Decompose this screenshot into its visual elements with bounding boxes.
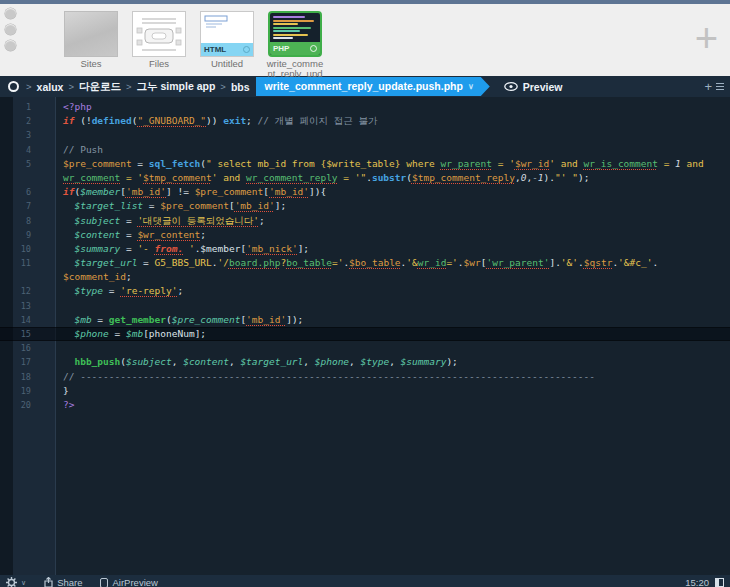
thumbnail-bar: Sites Files <box>0 4 730 76</box>
code-line[interactable]: 11 $target_url = G5_BBS_URL.'/board.php?… <box>0 256 730 270</box>
status-bar: ∨ Share AirPreview 15:20 <box>0 575 730 587</box>
airpreview-icon <box>100 578 108 587</box>
share-label: Share <box>57 577 82 587</box>
thumbnail-sites[interactable]: Sites <box>62 11 120 79</box>
code-line[interactable]: 19} <box>0 384 730 398</box>
code-line[interactable]: 2if (!defined("_GNUBOARD_")) exit; // 개별… <box>0 114 730 128</box>
preview-label: Preview <box>523 81 563 93</box>
active-file-name: write_comment_reply_update.push.php <box>265 80 463 92</box>
thumbnail-label: Files <box>149 59 169 69</box>
code-line[interactable]: 16 <box>0 341 730 355</box>
line-number: 14 <box>0 313 56 327</box>
badge-status-icon <box>243 46 250 53</box>
breadcrumb-item-bbs[interactable]: bbs <box>231 81 250 93</box>
gear-icon <box>6 577 17 587</box>
code-line[interactable]: 20?> <box>0 398 730 412</box>
code-line[interactable]: 7 $target_list = $pre_comment['mb_id']; <box>0 199 730 213</box>
tab-list-icon[interactable] <box>716 83 724 90</box>
thumbnail-files[interactable]: Files <box>130 11 188 79</box>
line-number: 9 <box>0 228 56 242</box>
breadcrumb-item-downloads[interactable]: 다운로드 <box>79 80 121 94</box>
code-line[interactable]: 17 hbb_push($subject, $content, $target_… <box>0 355 730 369</box>
code-line[interactable]: 9 $content = $wr_content; <box>0 228 730 242</box>
line-number: 16 <box>0 341 56 355</box>
line-number: 8 <box>0 214 56 228</box>
code-line[interactable]: 5$pre_comment = sql_fetch(" select mb_id… <box>0 157 730 171</box>
code-line[interactable]: 6if($member['mb_id'] != $pre_comment['mb… <box>0 185 730 199</box>
code-line[interactable]: 10 $summary = '- from. '.$member['mb_nic… <box>0 242 730 256</box>
chevron-down-icon[interactable]: ∨ <box>468 82 474 91</box>
files-thumbnail-image[interactable] <box>132 11 186 57</box>
badge-label: PHP <box>273 44 289 53</box>
window-traffic-lights[interactable] <box>5 8 16 51</box>
chevron-right-icon: > <box>68 81 74 92</box>
clock-time: 15:20 <box>685 577 709 587</box>
code-line[interactable]: 4// Push <box>0 143 730 157</box>
thumbnail-label: write_comme nt_reply_upd <box>267 59 324 79</box>
code-line[interactable]: wr_comment = '$tmp_comment' and wr_comme… <box>0 171 730 185</box>
thumbnail-write-comment-reply-update[interactable]: PHP write_comme nt_reply_upd <box>266 11 324 79</box>
thumbnail-label: Untitled <box>211 59 243 69</box>
airpreview-button[interactable]: AirPreview <box>100 577 157 587</box>
coda-window: Sites Files <box>0 0 730 587</box>
film-strip-icon <box>136 16 182 56</box>
console-panel-icon[interactable] <box>715 578 724 587</box>
line-number: 15 <box>0 327 56 341</box>
active-file-tab[interactable]: write_comment_reply_update.push.php ∨ <box>256 77 490 96</box>
line-number: 3 <box>0 128 56 142</box>
sites-thumbnail-image[interactable] <box>64 11 118 57</box>
code-line[interactable]: 12 $type = 're-reply'; <box>0 284 730 298</box>
line-number <box>0 270 56 284</box>
line-number: 7 <box>0 199 56 213</box>
line-number: 4 <box>0 143 56 157</box>
code-line[interactable]: 1<?php <box>0 100 730 114</box>
zoom-window-icon[interactable] <box>5 40 16 51</box>
code-editor[interactable]: 1<?php2if (!defined("_GNUBOARD_")) exit;… <box>0 97 730 575</box>
preview-toggle[interactable]: Preview <box>504 81 563 93</box>
line-number: 19 <box>0 384 56 398</box>
mini-code-preview <box>270 13 320 39</box>
code-line[interactable]: 8 $subject = '대댓글이 등록되었습니다'; <box>0 214 730 228</box>
line-number: 6 <box>0 185 56 199</box>
line-number: 20 <box>0 398 56 412</box>
line-number: 2 <box>0 114 56 128</box>
line-number: 10 <box>0 242 56 256</box>
line-number: 13 <box>0 299 56 313</box>
code-line[interactable]: 18// -----------------------------------… <box>0 370 730 384</box>
line-number: 12 <box>0 284 56 298</box>
airpreview-label: AirPreview <box>112 577 157 587</box>
php-thumbnail-image-selected[interactable]: PHP <box>268 11 322 57</box>
thumbnail-label: Sites <box>80 59 101 69</box>
path-bar: > xalux > 다운로드 > 그누 simple app > bbs wri… <box>0 76 730 97</box>
add-tab-button[interactable]: + <box>704 82 712 92</box>
breadcrumb-item-gnu-simple-app[interactable]: 그누 simple app <box>137 80 216 94</box>
badge-status-icon <box>310 45 317 52</box>
chevron-down-icon: ∨ <box>21 579 26 587</box>
line-number: 11 <box>0 256 56 270</box>
line-number: 17 <box>0 355 56 369</box>
add-document-button[interactable]: + <box>695 18 718 58</box>
line-number: 5 <box>0 157 56 171</box>
php-badge: PHP <box>270 42 320 55</box>
code-line[interactable]: 15 $phone = $mb[phoneNum]; <box>0 327 730 341</box>
close-window-icon[interactable] <box>5 8 16 19</box>
sites-target-icon[interactable] <box>8 81 19 92</box>
line-number: 1 <box>0 100 56 114</box>
thumbnail-untitled[interactable]: HTML Untitled <box>198 11 256 79</box>
breadcrumb-item-xalux[interactable]: xalux <box>37 81 64 93</box>
settings-menu[interactable]: ∨ <box>6 577 26 587</box>
untitled-thumbnail-image[interactable]: HTML <box>200 11 254 57</box>
code-lines[interactable]: 1<?php2if (!defined("_GNUBOARD_")) exit;… <box>0 97 730 412</box>
code-line[interactable]: 3 <box>0 128 730 142</box>
html-badge: HTML <box>201 43 253 56</box>
chevron-right-icon: > <box>220 81 226 92</box>
code-line[interactable]: $comment_id; <box>0 270 730 284</box>
code-line[interactable]: 14 $mb = get_member($pre_comment['mb_id'… <box>0 313 730 327</box>
share-button[interactable]: Share <box>44 577 82 587</box>
share-icon <box>44 577 53 587</box>
eye-icon <box>504 82 518 91</box>
minimize-window-icon[interactable] <box>5 24 16 35</box>
badge-label: HTML <box>204 45 226 54</box>
chevron-right-icon: > <box>126 81 132 92</box>
code-line[interactable]: 13 <box>0 299 730 313</box>
